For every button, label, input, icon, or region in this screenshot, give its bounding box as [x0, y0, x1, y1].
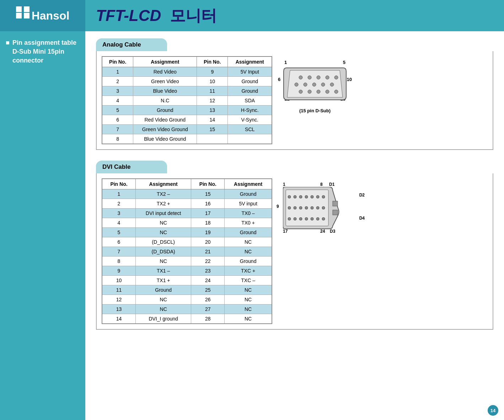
- table-row: 10TX1 +24TXC –: [102, 276, 272, 285]
- logo-area: Hansol: [0, 0, 85, 31]
- table-row: 1Red Video95V Input: [102, 67, 272, 77]
- dsub-label-mr: 10: [347, 77, 352, 82]
- svg-point-13: [330, 83, 334, 86]
- svg-point-33: [322, 206, 325, 209]
- svg-point-16: [317, 90, 320, 93]
- svg-point-30: [305, 206, 308, 209]
- svg-point-20: [288, 195, 291, 198]
- svg-point-24: [311, 195, 313, 198]
- svg-point-23: [305, 195, 308, 198]
- table-row: 14DVI_I ground28NC: [102, 314, 272, 324]
- dvi-col-pinno2: Pin No.: [191, 179, 225, 189]
- sidebar: ■ Pin assignment table D-Sub Mini 15pin …: [0, 31, 85, 420]
- analog-section: Analog Cable Pin No. Assignment Pin No. …: [96, 38, 493, 150]
- table-row: 5Ground13H-Sync.: [102, 106, 272, 115]
- svg-point-26: [322, 195, 325, 198]
- svg-point-29: [299, 206, 302, 209]
- dvi-section-header: DVI Cable: [96, 161, 167, 173]
- svg-point-4: [299, 76, 302, 79]
- svg-point-32: [316, 206, 319, 209]
- svg-point-39: [316, 217, 319, 220]
- page-number: 14: [488, 405, 498, 416]
- dvi-label-br: 24: [320, 229, 325, 234]
- dvi-label-tr: 8: [320, 182, 323, 187]
- analog-table-header-row: Pin No. Assignment Pin No. Assignment: [102, 56, 272, 67]
- dsub-label-tr: 5: [343, 60, 345, 65]
- dvi-col-assign2: Assignment: [225, 179, 272, 189]
- dsub-wrap: 1 5 6 10 11 15: [283, 60, 347, 106]
- svg-point-9: [295, 83, 298, 86]
- dvi-table: Pin No. Assignment Pin No. Assignment 1T…: [102, 178, 272, 324]
- logo-text: Hansol: [32, 9, 70, 22]
- svg-rect-2: [16, 13, 22, 18]
- sidebar-bullet: ■: [6, 38, 10, 65]
- svg-point-25: [316, 195, 319, 198]
- analog-col-pinno2: Pin No.: [197, 56, 228, 67]
- svg-point-12: [321, 83, 325, 86]
- dvi-label-d3: D3: [330, 229, 335, 234]
- svg-point-34: [288, 217, 291, 220]
- dsub-diagram: 1 5 6 10 11 15: [283, 60, 347, 113]
- table-row: 7Green Video Ground15SCL: [102, 125, 272, 134]
- main-content: Analog Cable Pin No. Assignment Pin No. …: [85, 31, 504, 420]
- table-row: 13NC27NC: [102, 305, 272, 314]
- dvi-table-header-row: Pin No. Assignment Pin No. Assignment: [102, 179, 272, 189]
- dsub-label-ml: 6: [278, 77, 280, 82]
- page-title: TFT-LCD 모니터: [96, 5, 217, 26]
- svg-point-27: [288, 206, 291, 209]
- svg-point-18: [334, 90, 338, 93]
- table-row: 12NC26NC: [102, 295, 272, 305]
- analog-col-pinno1: Pin No.: [102, 56, 133, 67]
- table-row: 3Blue Video11Ground: [102, 86, 272, 96]
- sidebar-title: ■ Pin assignment table D-Sub Mini 15pin …: [6, 38, 80, 65]
- dvi-label-d1: D1: [329, 182, 334, 187]
- dvi-label-tl: 1: [283, 182, 285, 187]
- svg-point-17: [326, 90, 329, 93]
- svg-point-11: [312, 83, 316, 86]
- dvi-label-d4: D4: [359, 216, 365, 221]
- dvi-diagram: 1 8 D1 D2 9 17 24 D3 D4: [283, 182, 365, 235]
- svg-point-14: [299, 90, 302, 93]
- logo: Hansol: [16, 6, 70, 25]
- dsub-svg: [283, 66, 347, 102]
- table-row: 11Ground25NC: [102, 285, 272, 295]
- svg-rect-0: [16, 6, 22, 12]
- analog-col-assign1: Assignment: [133, 56, 197, 67]
- dvi-content: Pin No. Assignment Pin No. Assignment 1T…: [102, 178, 488, 324]
- svg-point-21: [294, 195, 296, 198]
- svg-rect-3: [24, 13, 30, 18]
- dvi-wrap: 1 8 D1 D2 9 17 24 D3 D4: [283, 182, 365, 235]
- table-row: 4N.C12SDA: [102, 96, 272, 106]
- dvi-svg: [283, 187, 340, 230]
- table-row: 2TX2 +165V input: [102, 199, 272, 209]
- svg-point-37: [305, 217, 308, 220]
- table-row: 1TX2 –15Ground: [102, 189, 272, 199]
- svg-point-7: [326, 76, 329, 79]
- table-row: 9TX1 –23TXC +: [102, 266, 272, 276]
- table-row: 6Red Video Ground14V-Sync.: [102, 115, 272, 125]
- sidebar-title-text: Pin assignment table D-Sub Mini 15pin co…: [12, 38, 80, 65]
- dvi-col-pinno1: Pin No.: [102, 179, 135, 189]
- svg-point-28: [294, 206, 296, 209]
- table-row: 7(D_DSDA)21NC: [102, 247, 272, 257]
- table-row: 4NC18TX0 +: [102, 218, 272, 228]
- header: Hansol TFT-LCD 모니터: [0, 0, 504, 31]
- svg-point-8: [334, 76, 338, 79]
- page-title-area: TFT-LCD 모니터: [85, 0, 504, 31]
- table-row: 8Blue Video Ground: [102, 134, 272, 144]
- dvi-col-assign1: Assignment: [135, 179, 191, 189]
- dvi-label-bl: 17: [283, 229, 288, 234]
- analog-col-assign2: Assignment: [228, 56, 272, 67]
- svg-point-36: [299, 217, 302, 220]
- svg-rect-42: [333, 210, 338, 215]
- dvi-label-d2: D2: [359, 193, 365, 198]
- analog-table: Pin No. Assignment Pin No. Assignment 1R…: [102, 56, 272, 144]
- svg-point-35: [294, 217, 296, 220]
- svg-point-6: [317, 76, 320, 79]
- svg-point-38: [311, 217, 313, 220]
- table-row: 2Green Video10Ground: [102, 77, 272, 86]
- svg-point-5: [308, 76, 311, 79]
- dvi-label-ml: 9: [277, 204, 279, 209]
- svg-point-10: [304, 83, 307, 86]
- svg-rect-1: [24, 6, 30, 12]
